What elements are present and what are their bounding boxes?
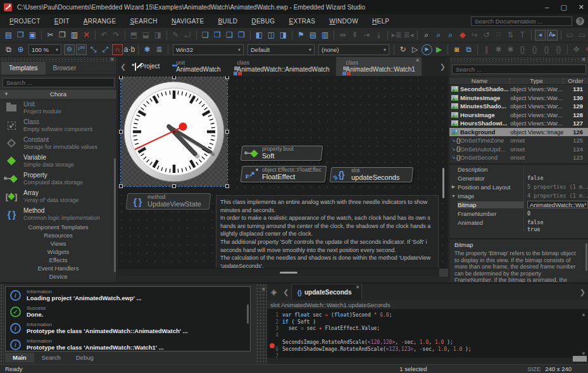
language-select[interactable]: Default▾ [247, 44, 315, 55]
line-number[interactable]: 3 [267, 326, 282, 331]
bitmap-dropdown[interactable]: AnimatedWatch::Wa▾ [527, 201, 588, 208]
vertical-splitter[interactable]: ✕ [256, 284, 267, 364]
profile-select[interactable]: Win32▾ [173, 44, 244, 55]
object-row-background[interactable]: Backgroundobject Views::Image126 [449, 128, 588, 137]
resize-handle-e[interactable] [225, 130, 229, 134]
line-number[interactable]: 7 [267, 353, 282, 359]
tab-browser[interactable]: Browser [46, 62, 84, 75]
screenshot-button[interactable]: ◙ [451, 44, 462, 55]
editor-tab-animatedwatch[interactable]: unitAnimatedWatch [166, 57, 227, 76]
add-note-button[interactable]: ▭ [577, 30, 587, 41]
brick-method-updateviewstate[interactable]: { } method UpdateViewState [126, 193, 211, 210]
new-project-button[interactable]: ▤ [3, 30, 14, 41]
section-event-handlers[interactable]: Event Handlers [0, 264, 116, 272]
property-value[interactable]: 5 properties (1 m... [523, 182, 588, 191]
section-effects[interactable]: Effects [0, 256, 116, 264]
log-tab-debug[interactable]: Debug [68, 353, 101, 362]
indent-into-button[interactable]: ▸≣ [391, 30, 402, 41]
code-line-2[interactable]: 2if ( Soft ) [267, 319, 588, 326]
text-compare-button[interactable]: a·b [124, 44, 135, 55]
menu-navigate[interactable]: NAVIGATE [166, 16, 210, 27]
code-line-3[interactable]: 3 sec = sec + FloatEffect.Value; [267, 326, 588, 332]
code-tab-updateseconds[interactable]: {} updateSeconds ✕ [291, 284, 362, 300]
step-into-button[interactable]: {} [517, 44, 528, 55]
hand-tool-off-button[interactable]: ✥ [583, 44, 588, 55]
canvas-vertical-scrollbar[interactable] [442, 168, 444, 198]
maximize-button[interactable]: ▢ [560, 3, 566, 11]
bring-forward-button[interactable]: ❒ [212, 30, 223, 41]
property-value[interactable]: AnimatedWatch::Wa▾ [523, 200, 588, 209]
log-list[interactable]: iInformationLoading project 'AnimatedWat… [5, 286, 251, 351]
property-row-bitmap[interactable]: BitmapAnimatedWatch::Wa▾ [449, 200, 588, 209]
tab-templates[interactable]: Templates [1, 62, 46, 75]
line-number[interactable]: 2 [267, 319, 282, 325]
menu-build[interactable]: BUILD [212, 16, 243, 27]
zoom_level-select[interactable]: 100 %▾ [28, 44, 61, 55]
run-with-debugger-button[interactable]: ▶ [434, 44, 444, 55]
scrollbar-handle[interactable] [280, 272, 297, 274]
zoom-100-button[interactable]: ¹⁰⁰ [76, 44, 87, 55]
code-hscroll-handle[interactable] [573, 356, 587, 362]
property-row-framenumber[interactable]: FrameNumber0 [449, 209, 588, 218]
align-right-button[interactable]: ◨ [278, 30, 289, 41]
composer-canvas[interactable]: property bool Soft ↗F object Effects::Fl… [118, 76, 448, 268]
brick-object-floateffect[interactable]: ↗F object Effects::FloatEffect FloatEffe… [241, 166, 327, 182]
code-line-7[interactable]: 7 [267, 353, 588, 360]
resize-handle-s[interactable] [172, 184, 176, 188]
help-button[interactable]: ? [576, 17, 584, 25]
section-resources[interactable]: Resources [0, 231, 116, 239]
pause-button[interactable]: ∥ [481, 44, 492, 55]
templates-search-input[interactable] [3, 78, 115, 87]
resize-handle-sw[interactable] [119, 184, 123, 188]
templates-scrollbar[interactable] [114, 158, 116, 272]
send-backward-button[interactable]: ❏ [224, 30, 235, 41]
search-button[interactable]: ⌕ [421, 30, 432, 41]
code-tabs-scroll-right-icon[interactable]: ❯ [577, 288, 588, 296]
redo-button[interactable]: ↷ [111, 30, 122, 41]
close-button[interactable]: ✕ [579, 3, 584, 11]
menu-window[interactable]: WINDOW [323, 16, 364, 27]
template-property[interactable]: PropertyComputed data storage [0, 170, 116, 187]
property-row-position-and-layout[interactable]: ▶Position and Layout5 properties (1 m... [449, 182, 588, 191]
log-scrollbar[interactable] [247, 305, 249, 324]
save-project-button[interactable]: ▣ [27, 30, 38, 41]
menu-arrange[interactable]: ARRANGE [78, 16, 122, 27]
find-recent-button[interactable]: ↺ [481, 30, 492, 41]
disable-breakpoints-button[interactable]: ✱ [505, 44, 516, 55]
doc-search-input[interactable] [471, 16, 572, 26]
section-component-templates[interactable]: Component Templates [0, 223, 116, 231]
log-entry[interactable]: iInformationLoading project 'AnimatedWat… [6, 287, 250, 303]
tabs-scroll-left-icon[interactable]: ❮ [118, 63, 128, 71]
expander-icon[interactable]: ▶ [449, 184, 458, 189]
run-to-cursor-button[interactable]: {} [553, 44, 564, 55]
column-type[interactable]: Type [510, 77, 563, 84]
property-row-clipped[interactable]: true [449, 227, 588, 232]
property-value[interactable]: false [523, 218, 588, 227]
object-row-hoursimage[interactable]: HoursImageobject Views::War...128 [449, 111, 588, 120]
paste-button[interactable]: ▥ [69, 30, 80, 41]
layout-guides-button[interactable]: ≣ [154, 44, 165, 55]
template-unit[interactable]: UnitProject module [0, 99, 116, 117]
object-row-onsetautoupd[interactable]: ↘{}OnSetAutoUpd...onset124 [449, 145, 588, 154]
close-log-icon[interactable]: ✕ [261, 286, 266, 293]
expander-icon[interactable]: ▼ [449, 194, 458, 198]
column-order[interactable]: Order [563, 77, 588, 84]
object-row-onsettimezone[interactable]: ↘{}OnSetTimeZoneonset125 [449, 136, 588, 145]
add-annotation-button[interactable]: ▭ [565, 30, 575, 41]
template-class[interactable]: ClassEmpty software component [0, 117, 116, 134]
code-line-5[interactable]: SecondsImage.RotateAndScale(<120,120>, -… [267, 339, 588, 346]
template-method[interactable]: { }MethodCommon logic implementation [0, 205, 116, 223]
line-number[interactable]: 6 [267, 346, 282, 352]
menu-project[interactable]: PROJECT [4, 16, 46, 27]
template-constant[interactable]: ConstantStorage for immutable values [0, 134, 116, 152]
hand-tool-button[interactable]: ✥ [571, 44, 582, 55]
step-over-button[interactable]: {} [529, 44, 540, 55]
snap-magnet-button[interactable]: ∩ [112, 44, 123, 55]
indent-out-button[interactable]: ≣◂ [403, 30, 414, 41]
resize-handle-nw[interactable] [119, 76, 123, 79]
property-row-description[interactable]: Description [449, 165, 588, 174]
panel-drag-handle[interactable]: ✕ [449, 57, 588, 62]
object-row-onsetsecond[interactable]: ↘{}OnSetSecondonset123 [449, 153, 588, 162]
brick-slot-updateseconds[interactable]: {}))) slot updateSeconds [330, 167, 414, 182]
line-number[interactable]: 1 [267, 312, 282, 318]
